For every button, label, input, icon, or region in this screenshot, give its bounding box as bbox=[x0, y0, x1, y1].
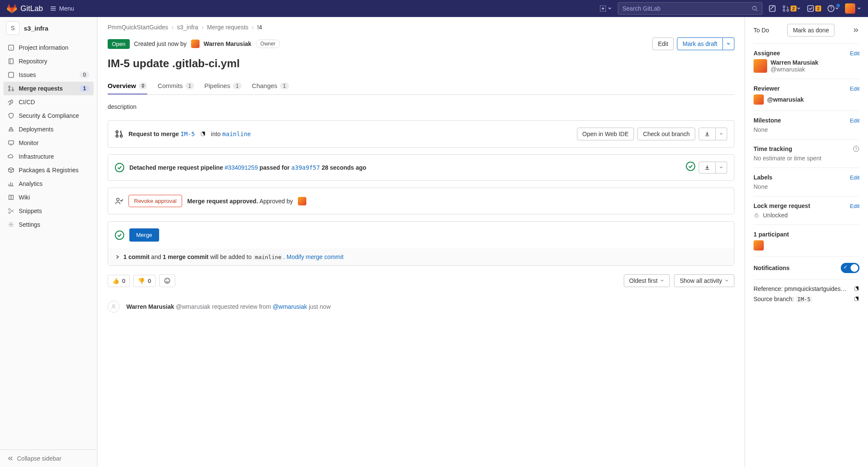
chevron-down-icon bbox=[660, 279, 664, 283]
chevron-down-icon bbox=[857, 6, 861, 11]
mark-done-button[interactable]: Mark as done bbox=[787, 24, 834, 37]
breadcrumb-group[interactable]: PmmQuickStartGuides bbox=[108, 24, 168, 31]
page-title: IM-5 update .gitlab-ci.yml bbox=[108, 57, 734, 70]
sidebar-item-deployments[interactable]: Deployments bbox=[3, 122, 94, 136]
edit-button[interactable]: Edit bbox=[652, 37, 674, 50]
open-ide-button[interactable]: Open in Web IDE bbox=[577, 128, 634, 140]
owner-badge: Owner bbox=[256, 40, 280, 48]
sidebar-item-project-info[interactable]: Project information bbox=[3, 41, 94, 54]
approver-avatar-icon[interactable] bbox=[298, 197, 306, 205]
svg-point-19 bbox=[116, 131, 118, 133]
sidebar-item-snippets[interactable]: Snippets bbox=[3, 204, 94, 218]
menu-button[interactable]: Menu bbox=[50, 5, 74, 12]
issues-nav-icon[interactable] bbox=[768, 5, 776, 12]
reviewer-name[interactable]: @wmarusiak bbox=[767, 96, 804, 103]
participant-avatar-icon[interactable] bbox=[754, 240, 764, 251]
target-branch-link[interactable]: mainline bbox=[222, 131, 251, 137]
notifications-toggle[interactable] bbox=[841, 263, 859, 273]
modify-commit-link[interactable]: Modify merge commit bbox=[286, 253, 343, 260]
create-new-button[interactable] bbox=[600, 6, 612, 11]
unlock-icon bbox=[754, 212, 760, 218]
sidebar-item-repository[interactable]: Repository bbox=[3, 54, 94, 68]
scissors-icon bbox=[8, 208, 14, 214]
sort-dropdown[interactable]: Oldest first bbox=[624, 274, 670, 287]
search-input-container[interactable] bbox=[618, 2, 762, 15]
tab-overview[interactable]: Overview0 bbox=[108, 77, 147, 94]
todos-nav[interactable]: 2 bbox=[807, 5, 821, 12]
author-name[interactable]: Warren Marusiak bbox=[204, 40, 251, 47]
breadcrumb-project[interactable]: s3_infra bbox=[177, 24, 198, 31]
search-input[interactable] bbox=[622, 5, 752, 12]
download-dropdown[interactable] bbox=[716, 128, 727, 140]
pipeline-sha-link[interactable]: a39a9f57 bbox=[291, 164, 320, 171]
issue-icon bbox=[8, 71, 14, 78]
tab-changes[interactable]: Changes1 bbox=[252, 77, 289, 94]
help-nav[interactable]: ? bbox=[827, 5, 839, 12]
svg-point-25 bbox=[166, 279, 167, 280]
copy-icon[interactable] bbox=[854, 296, 859, 302]
lock-value: Unlocked bbox=[763, 212, 788, 219]
sidebar-item-packages[interactable]: Packages & Registries bbox=[3, 163, 94, 177]
chart-icon bbox=[8, 180, 14, 187]
filter-dropdown[interactable]: Show all activity bbox=[674, 274, 734, 287]
question-circle-icon[interactable]: ? bbox=[853, 145, 859, 152]
sidebar-item-monitor[interactable]: Monitor bbox=[3, 136, 94, 150]
breadcrumb-section[interactable]: Merge requests bbox=[207, 24, 248, 31]
thumbs-up-button[interactable]: 👍 0 bbox=[108, 275, 130, 287]
project-header[interactable]: S s3_infra bbox=[0, 17, 97, 39]
svg-rect-2 bbox=[769, 6, 775, 11]
source-branch-link[interactable]: IM-5 bbox=[180, 131, 195, 137]
download-artifacts-dropdown[interactable] bbox=[716, 162, 727, 174]
mark-draft-dropdown[interactable] bbox=[723, 37, 734, 50]
sidebar-item-analytics[interactable]: Analytics bbox=[3, 177, 94, 191]
download-artifacts-button[interactable] bbox=[699, 162, 716, 174]
merge-button[interactable]: Merge bbox=[129, 228, 159, 242]
approvers-icon bbox=[115, 197, 123, 205]
assignee-edit-link[interactable]: Edit bbox=[850, 50, 859, 57]
collapse-sidebar-button[interactable]: Collapse sidebar bbox=[0, 450, 97, 467]
merge-requests-nav[interactable]: 2 bbox=[782, 5, 801, 12]
mark-draft-button[interactable]: Mark as draft bbox=[677, 37, 723, 50]
checkout-button[interactable]: Check out branch bbox=[637, 128, 695, 140]
reviewer-edit-link[interactable]: Edit bbox=[850, 85, 859, 92]
chevron-right-icon[interactable] bbox=[115, 254, 120, 259]
reviewer-link[interactable]: @wmarusiak bbox=[273, 303, 307, 310]
lock-edit-link[interactable]: Edit bbox=[850, 203, 859, 209]
sidebar-item-infrastructure[interactable]: Infrastructure bbox=[3, 150, 94, 163]
copy-icon[interactable] bbox=[854, 286, 859, 292]
download-button[interactable] bbox=[699, 128, 716, 140]
milestone-label: Milestone bbox=[754, 117, 781, 124]
sidebar-item-settings[interactable]: Settings bbox=[3, 218, 94, 231]
sidebar-item-merge-requests[interactable]: Merge requests1 bbox=[3, 82, 94, 95]
pipeline-widget: Detached merge request pipeline #3340912… bbox=[108, 154, 734, 181]
thumbs-down-button[interactable]: 👎 0 bbox=[133, 275, 155, 287]
time-tracking-value: No estimate or time spent bbox=[754, 155, 859, 162]
svg-text:?: ? bbox=[855, 147, 857, 151]
labels-edit-link[interactable]: Edit bbox=[850, 174, 859, 181]
milestone-edit-link[interactable]: Edit bbox=[850, 117, 859, 124]
tab-pipelines[interactable]: Pipelines1 bbox=[204, 77, 242, 94]
pipeline-id-link[interactable]: #334091259 bbox=[225, 164, 258, 171]
sidebar-item-security[interactable]: Security & Compliance bbox=[3, 109, 94, 122]
check-icon bbox=[688, 164, 693, 169]
gitlab-logo[interactable]: GitLab bbox=[7, 3, 43, 14]
svg-point-26 bbox=[168, 279, 168, 280]
sidebar: S s3_infra Project information Repositor… bbox=[0, 17, 97, 467]
tab-commits[interactable]: Commits1 bbox=[157, 77, 194, 94]
brand-text: GitLab bbox=[20, 4, 43, 13]
user-menu[interactable] bbox=[845, 3, 861, 14]
sidebar-item-issues[interactable]: Issues0 bbox=[3, 68, 94, 82]
merge-ready-icon bbox=[115, 231, 124, 240]
pipeline-stage-icon[interactable] bbox=[686, 162, 695, 171]
revoke-approval-button[interactable]: Revoke approval bbox=[128, 195, 182, 207]
chevron-down-icon bbox=[608, 6, 612, 11]
sidebar-item-cicd[interactable]: CI/CD bbox=[3, 95, 94, 109]
add-emoji-button[interactable] bbox=[159, 274, 175, 287]
assignee-name[interactable]: Warren Marusiak bbox=[771, 59, 818, 66]
sidebar-item-wiki[interactable]: Wiki bbox=[3, 191, 94, 204]
svg-point-24 bbox=[165, 278, 170, 283]
copy-icon[interactable] bbox=[200, 131, 206, 137]
issues-badge: 0 bbox=[80, 71, 89, 78]
timeline-author[interactable]: Warren Marusiak bbox=[126, 303, 174, 310]
chevron-double-right-icon[interactable] bbox=[853, 27, 859, 34]
